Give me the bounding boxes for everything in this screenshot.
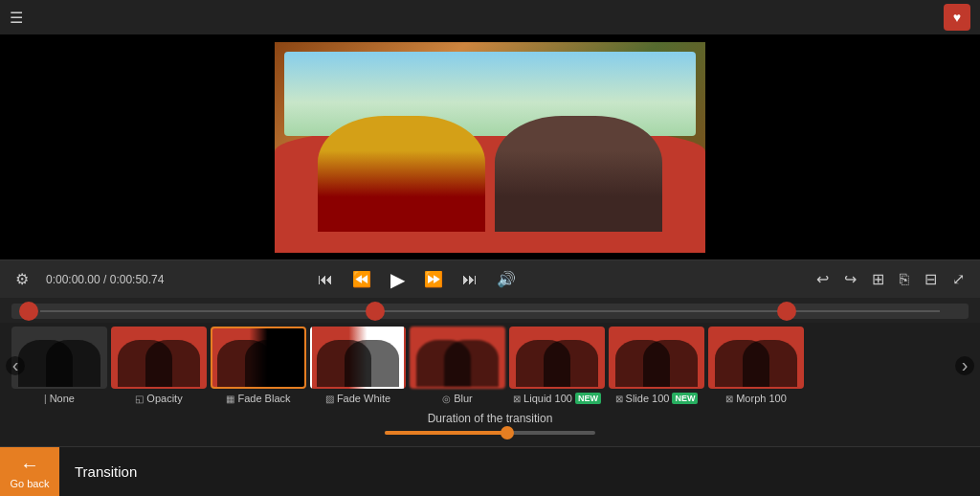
opacity-label-text: Opacity: [146, 393, 182, 404]
silhouette-right: [345, 340, 400, 387]
time-total: 0:00:50.74: [110, 273, 165, 286]
transition-item-none[interactable]: | None: [11, 327, 107, 404]
timeline-track[interactable]: [11, 304, 969, 319]
timeline-thumb-end: [777, 302, 796, 321]
transition-label-morph-100: ⊠ Morph 100: [725, 393, 787, 404]
figure-right: [495, 116, 662, 232]
transition-thumb-morph-100: [708, 327, 804, 389]
silhouette-right: [544, 340, 599, 387]
top-bar: ☰ ♥: [0, 0, 980, 34]
transition-item-slide-100[interactable]: ⊠ Slide 100 NEW: [609, 327, 704, 404]
transition-label-none: | None: [44, 393, 75, 404]
transition-label-opacity: ◱ Opacity: [135, 393, 182, 404]
utility-controls: ↩ ↪ ⊞ ⎘ ⊟ ⤢: [813, 266, 969, 292]
timeline-area: [0, 298, 980, 323]
grid2-button[interactable]: ⊟: [921, 266, 941, 292]
transition-item-morph-100[interactable]: ⊠ Morph 100: [708, 327, 804, 404]
liquid-100-badge: NEW: [575, 393, 601, 404]
fullscreen-button[interactable]: ⤢: [948, 266, 969, 292]
thumb-img-start: [19, 302, 38, 321]
transition-thumb-fade-black: [211, 327, 306, 389]
morph-100-label-text: Morph 100: [736, 393, 787, 404]
none-icon: |: [44, 394, 47, 404]
morph-100-icon: ⊠: [725, 394, 733, 404]
video-preview: [275, 42, 705, 253]
none-label-text: None: [50, 393, 75, 404]
transitions-panel: ‹ | None ◱ Opacity: [0, 323, 980, 446]
go-back-label: Go back: [11, 478, 50, 489]
transition-item-fade-black[interactable]: ▦ Fade Black: [211, 327, 306, 404]
scroll-left-button[interactable]: ‹: [6, 356, 25, 375]
transition-item-opacity[interactable]: ◱ Opacity: [111, 327, 207, 404]
transition-thumb-opacity: [111, 327, 207, 389]
fade-white-label-text: Fade White: [337, 393, 390, 404]
fade-black-icon: ▦: [226, 394, 234, 404]
time-display: 0:00:00.00 / 0:00:50.74: [46, 273, 164, 286]
blur-label-text: Blur: [454, 393, 473, 404]
transition-item-blur[interactable]: ◎ Blur: [410, 327, 505, 404]
step-forward-button[interactable]: ⏩: [420, 266, 447, 292]
section-label: Transition: [59, 447, 137, 496]
slider-thumb[interactable]: [501, 426, 514, 440]
timeline-thumb-mid: [366, 302, 385, 321]
time-current: 0:00:00.00: [46, 273, 100, 286]
redo-button[interactable]: ↪: [840, 266, 860, 292]
skip-end-button[interactable]: ⏭: [458, 267, 481, 292]
transition-thumb-fade-white: [310, 327, 406, 389]
transition-thumb-blur: [410, 327, 505, 389]
slide-100-badge: NEW: [672, 393, 698, 404]
liquid-100-icon: ⊠: [513, 394, 521, 404]
transition-label-fade-black: ▦ Fade Black: [226, 393, 290, 404]
silhouette-right: [743, 340, 798, 387]
transition-label-slide-100: ⊠ Slide 100 NEW: [615, 393, 699, 404]
silhouette-right: [145, 340, 201, 387]
time-separator: /: [103, 273, 106, 286]
duration-slider[interactable]: [385, 431, 595, 435]
menu-icon[interactable]: ☰: [10, 9, 23, 27]
transition-item-fade-white[interactable]: ▨ Fade White: [310, 327, 406, 404]
silhouette-right: [245, 340, 301, 387]
settings-icon[interactable]: ⚙: [11, 266, 33, 292]
opacity-icon: ◱: [135, 394, 144, 404]
bottom-bar: ← Go back Transition: [0, 446, 980, 496]
go-back-arrow-icon: ←: [20, 454, 39, 476]
timeline-line: [40, 310, 940, 312]
go-back-button[interactable]: ← Go back: [0, 447, 59, 496]
copy-button[interactable]: ⎘: [896, 267, 913, 292]
transition-label-fade-white: ▨ Fade White: [325, 393, 390, 404]
video-preview-area: [0, 34, 980, 259]
fade-white-icon: ▨: [325, 394, 334, 404]
controls-bar: ⚙ 0:00:00.00 / 0:00:50.74 ⏮ ⏪ ▶ ⏩ ⏭ 🔊 ↩ …: [0, 259, 980, 298]
timeline-thumb-start: [19, 302, 38, 321]
undo-button[interactable]: ↩: [813, 266, 833, 292]
skip-start-button[interactable]: ⏮: [314, 267, 337, 292]
playback-controls: ⏮ ⏪ ▶ ⏩ ⏭ 🔊: [314, 264, 520, 295]
silhouette-right: [46, 340, 101, 387]
grid1-button[interactable]: ⊞: [868, 266, 888, 292]
transition-thumb-liquid-100: [509, 327, 605, 389]
thumb-img-mid: [366, 302, 385, 321]
couple-figure: [318, 116, 662, 232]
duration-row: Duration of the transition: [4, 408, 976, 442]
slide-100-icon: ⊠: [615, 394, 623, 404]
transition-label-liquid-100: ⊠ Liquid 100 NEW: [513, 393, 601, 404]
silhouette-right: [444, 340, 500, 387]
thumb-img-end: [777, 302, 796, 321]
heart-button[interactable]: ♥: [944, 4, 970, 31]
transition-label-blur: ◎ Blur: [442, 393, 473, 404]
liquid-100-label-text: Liquid 100: [523, 393, 572, 404]
step-back-button[interactable]: ⏪: [348, 266, 375, 292]
volume-button[interactable]: 🔊: [493, 266, 520, 292]
slide-100-label-text: Slide 100: [626, 393, 670, 404]
transition-thumb-slide-100: [609, 327, 704, 389]
duration-label: Duration of the transition: [428, 412, 553, 425]
play-button[interactable]: ▶: [387, 264, 409, 295]
transition-item-liquid-100[interactable]: ⊠ Liquid 100 NEW: [509, 327, 605, 404]
blur-icon: ◎: [442, 394, 451, 404]
slider-fill: [385, 431, 507, 435]
transitions-row: ‹ | None ◱ Opacity: [4, 323, 976, 408]
fade-black-label-text: Fade Black: [237, 393, 290, 404]
scroll-right-button[interactable]: ›: [955, 356, 974, 375]
figure-left: [318, 116, 485, 232]
silhouette-right: [643, 340, 699, 387]
